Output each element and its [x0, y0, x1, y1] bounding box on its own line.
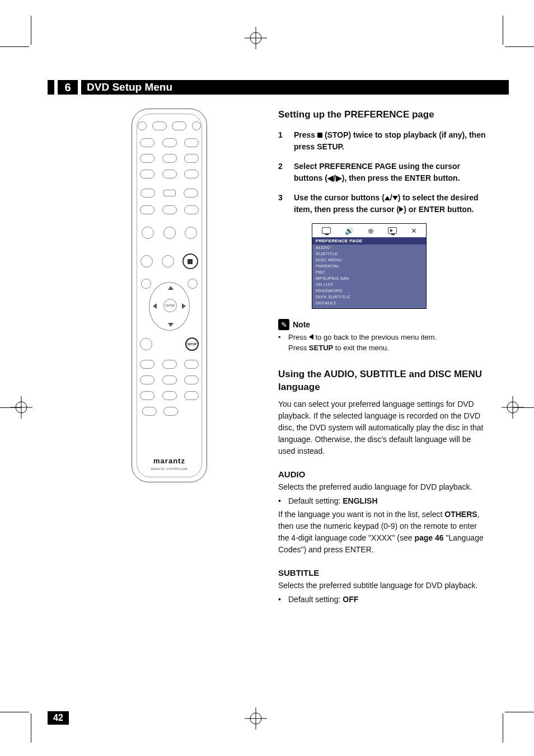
crop-mark — [31, 713, 31, 743]
crop-mark — [31, 16, 31, 45]
up-icon — [385, 196, 390, 200]
crop-mark — [0, 46, 29, 47]
setup-button: SETUP — [185, 337, 199, 351]
header-accent — [48, 80, 54, 95]
subtitle-subsection: SUBTITLE Selects the preferred subtitle … — [278, 568, 488, 604]
step-1: 1 Press (STOP) twice to stop playback (i… — [278, 129, 488, 153]
globe-icon: ⊗ — [368, 227, 374, 235]
osd-item: SUBTITLE — [312, 251, 426, 257]
paragraph: Selects the preferred audio language for… — [278, 481, 488, 493]
content-column: Setting up the PREFERENCE page 1 Press (… — [278, 109, 488, 607]
brand-sublabel: REMOTE CONTROLLER — [132, 467, 207, 471]
dpad: ENTER — [143, 280, 195, 333]
tv-icon — [322, 227, 331, 234]
paragraph: Selects the preferred subtitle language … — [278, 580, 488, 591]
osd-item: DEFAULT — [312, 300, 426, 306]
section-heading: Setting up the PREFERENCE page — [278, 109, 488, 120]
osd-item: PBC — [312, 269, 426, 275]
video-icon — [388, 227, 397, 234]
enter-button: ENTER — [163, 299, 177, 312]
step-2: 2 Select PREFERENCE PAGE using the curso… — [278, 161, 488, 184]
down-icon — [392, 196, 398, 200]
osd-item: DISC MENU — [312, 257, 426, 263]
pencil-icon: ✎ — [278, 319, 289, 330]
bullet: •Default setting: OFF — [278, 595, 488, 604]
osd-tabs: 🔊 ⊗ ✕ — [312, 224, 426, 237]
stop-icon — [317, 133, 322, 138]
remote-illustration: ENTER SETUP marantz REMOTE CONTROLLER — [132, 109, 207, 483]
registration-mark — [502, 396, 524, 419]
osd-title: PREFERENCE PAGE — [312, 237, 426, 245]
section-heading: Using the AUDIO, SUBTITLE and DISC MENU … — [278, 368, 488, 394]
page: 6 DVD Setup Menu ENTER — [0, 0, 534, 756]
step-3: 3 Use the cursor buttons (/) to select t… — [278, 192, 488, 215]
subheading: SUBTITLE — [278, 568, 488, 577]
crop-mark — [503, 16, 503, 45]
crop-mark — [505, 46, 534, 47]
osd-item: PARENTAL — [312, 263, 426, 269]
chapter-header: 6 DVD Setup Menu — [48, 80, 509, 95]
osd-item: VR LIST — [312, 281, 426, 288]
crop-mark — [505, 712, 534, 712]
osd-item: DIVX SUBTITLE — [312, 294, 426, 300]
chapter-title: DVD Setup Menu — [81, 80, 509, 95]
bullet: •Default setting: ENGLISH — [278, 496, 488, 505]
brand-label: marantz — [132, 457, 207, 465]
audio-subsection: AUDIO Selects the preferred audio langua… — [278, 469, 488, 556]
paragraph: You can select your preferred language s… — [278, 398, 488, 457]
registration-mark — [10, 396, 32, 419]
speaker-icon: 🔊 — [345, 227, 354, 235]
note-header: ✎ Note — [278, 319, 488, 330]
stop-button — [182, 253, 198, 269]
crop-mark — [503, 713, 503, 743]
subheading: AUDIO — [278, 469, 488, 479]
osd-item: AUDIO — [312, 245, 426, 251]
note-label: Note — [293, 320, 310, 329]
registration-mark — [245, 27, 267, 49]
osd-item: MP3/JPEG NAV — [312, 275, 426, 281]
crop-mark — [0, 712, 29, 712]
paragraph: If the language you want is not in the l… — [278, 509, 488, 556]
page-number: 42 — [48, 711, 69, 725]
tools-icon: ✕ — [411, 227, 417, 235]
note-body: •Press to go back to the previous menu i… — [278, 332, 488, 354]
osd-preview: 🔊 ⊗ ✕ PREFERENCE PAGE AUDIO SUBTITLE DIS… — [312, 223, 427, 309]
section-language: Using the AUDIO, SUBTITLE and DISC MENU … — [278, 368, 488, 604]
left-icon — [309, 334, 313, 340]
osd-item: PASSWORD — [312, 288, 426, 294]
chapter-number: 6 — [58, 80, 78, 95]
registration-mark — [245, 707, 267, 730]
